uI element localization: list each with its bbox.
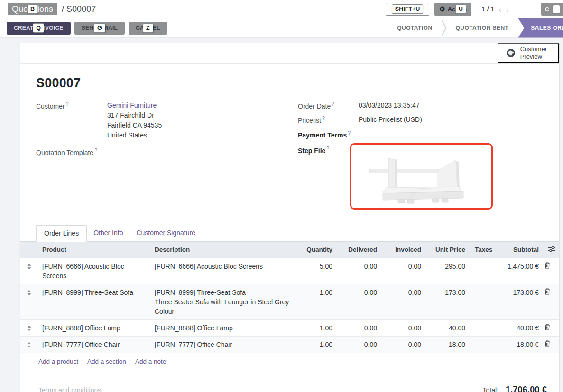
cell-invoiced[interactable]: 0.00 xyxy=(382,336,426,353)
cell-subtotal: 18.00 € xyxy=(495,336,544,353)
delete-row-icon[interactable] xyxy=(544,319,559,336)
cell-unit-price[interactable]: 173.00 xyxy=(426,284,470,319)
cell-product[interactable]: [FURN_7777] Office Chair xyxy=(37,336,150,353)
customer-preview-button[interactable]: Customer Preview xyxy=(498,43,559,63)
field-group: Customer? Gemini Furniture 317 Fairchild… xyxy=(36,100,544,210)
customer-field-label: Customer? xyxy=(36,100,107,140)
delete-row-icon[interactable] xyxy=(544,284,559,319)
pager-previous-icon[interactable]: ‹ xyxy=(498,5,501,14)
customer-address-line2: Fairfield CA 94535 xyxy=(107,120,162,130)
action-menu-button[interactable]: ⚙ Action U xyxy=(434,3,471,16)
cell-invoiced[interactable]: 0.00 xyxy=(382,258,426,284)
column-header-subtotal: Subtotal xyxy=(495,242,544,258)
hotkey-badge-b: B xyxy=(27,4,38,14)
delete-row-icon[interactable] xyxy=(544,336,559,353)
cell-invoiced[interactable]: 0.00 xyxy=(382,319,426,336)
cell-delivered[interactable]: 0.00 xyxy=(337,258,382,284)
hotkey-target-button[interactable]: SHIFT+U xyxy=(386,3,429,16)
cell-unit-price[interactable]: 18.00 xyxy=(426,336,470,353)
add-a-product-link[interactable]: Add a product xyxy=(38,358,78,365)
pricelist-field-label: Pricelist? xyxy=(298,115,359,125)
add-a-section-link[interactable]: Add a section xyxy=(87,358,126,365)
order-lines-table: Product Description Quantity Delivered I… xyxy=(20,242,559,353)
sheet-body: S00007 Customer? Gemini Furniture 317 Fa… xyxy=(20,76,559,210)
terms-and-conditions-input[interactable]: Terms and conditions... xyxy=(38,378,107,392)
cell-quantity[interactable]: 1.00 xyxy=(295,336,337,353)
column-header-taxes: Taxes xyxy=(470,242,495,258)
field-column-left: Customer? Gemini Furniture 317 Fairchild… xyxy=(36,100,298,210)
send-email-button[interactable]: SEND EMAIL G xyxy=(74,22,125,35)
status-step-sales-order[interactable]: SALES ORDER xyxy=(518,18,563,38)
cell-unit-price[interactable]: 40.00 xyxy=(426,319,470,336)
pricelist-field-value[interactable]: Public Pricelist (USD) xyxy=(359,115,422,125)
statusbar: QUOTATION QUOTATION SENT SALES ORDER xyxy=(389,18,563,38)
help-hint-icon: ? xyxy=(326,146,329,151)
quotation-template-field-label: Quotation Template? xyxy=(36,147,107,156)
create-invoice-button[interactable]: CREATE INVOICE Q xyxy=(7,22,71,35)
cell-taxes[interactable] xyxy=(470,284,495,319)
action-buttons: CREATE INVOICE Q SEND EMAIL G CANCEL Z xyxy=(7,22,167,35)
cell-product[interactable]: [FURN_8999] Three-Seat Sofa xyxy=(37,284,150,319)
drag-handle-icon[interactable] xyxy=(20,319,37,336)
status-step-quotation[interactable]: QUOTATION xyxy=(389,18,440,38)
order-date-field-value[interactable]: 03/03/2023 13:35:47 xyxy=(359,100,419,110)
table-header-row: Product Description Quantity Delivered I… xyxy=(20,242,559,258)
cell-product[interactable]: [FURN_6666] Acoustic Bloc Screens xyxy=(37,258,150,284)
cell-quantity[interactable]: 1.00 xyxy=(295,284,337,319)
cancel-button[interactable]: CANCEL Z xyxy=(129,22,167,35)
tab-customer-signature[interactable]: Customer Signature xyxy=(129,225,202,241)
drag-handle-icon[interactable] xyxy=(20,284,37,319)
cell-subtotal: 173.00 € xyxy=(495,284,544,319)
hotkey-badge-g: G xyxy=(94,23,105,33)
cell-quantity[interactable]: 1.00 xyxy=(295,319,337,336)
cell-description[interactable]: [FURN_7777] Office Chair xyxy=(150,336,295,353)
cell-description[interactable]: [FURN_8888] Office Lamp xyxy=(150,319,295,336)
cell-description[interactable]: [FURN_8999] Three-Seat Sofa Three Seater… xyxy=(150,284,295,319)
notebook-tabs: Order Lines Other Info Customer Signatur… xyxy=(20,225,559,242)
cell-unit-price[interactable]: 295.00 xyxy=(426,258,470,284)
cell-invoiced[interactable]: 0.00 xyxy=(382,284,426,319)
cell-quantity[interactable]: 5.00 xyxy=(295,258,337,284)
form-view-content: Customer Preview S00007 Customer? xyxy=(0,38,563,392)
tab-order-lines[interactable]: Order Lines xyxy=(36,225,87,242)
hotkey-badge-clipped xyxy=(553,5,560,14)
column-header-delivered: Delivered xyxy=(337,242,382,258)
add-a-note-link[interactable]: Add a note xyxy=(135,358,166,365)
field-customer: Customer? Gemini Furniture 317 Fairchild… xyxy=(36,100,298,140)
delete-row-icon[interactable] xyxy=(544,258,559,284)
cell-taxes[interactable] xyxy=(470,258,495,284)
step-file-preview[interactable] xyxy=(350,143,493,210)
breadcrumb-parent-quotations[interactable]: Quotations B xyxy=(8,3,57,15)
drag-handle-icon[interactable] xyxy=(20,336,37,353)
optional-columns-icon[interactable] xyxy=(548,246,555,254)
cell-taxes[interactable] xyxy=(470,336,495,353)
cell-delivered[interactable]: 0.00 xyxy=(337,319,382,336)
drag-handle-icon[interactable] xyxy=(20,258,37,284)
status-step-quotation-sent[interactable]: QUOTATION SENT xyxy=(448,18,517,38)
gear-icon: ⚙ xyxy=(439,5,445,13)
payment-terms-field-label: Payment Terms? xyxy=(298,129,359,139)
cell-delivered[interactable]: 0.00 xyxy=(337,336,382,353)
cell-product[interactable]: [FURN_8888] Office Lamp xyxy=(37,319,150,336)
customer-address-line3: United States xyxy=(107,130,162,140)
breadcrumb-bar: Quotations B / S00007 SHIFT+U ⚙ Action U… xyxy=(0,0,563,18)
cell-delivered[interactable]: 0.00 xyxy=(337,284,382,319)
action-status-bar: CREATE INVOICE Q SEND EMAIL G CANCEL Z Q… xyxy=(0,18,563,38)
create-button-label: C xyxy=(545,6,549,13)
total-value: 1,706.00 € xyxy=(506,385,547,392)
field-payment-terms: Payment Terms? xyxy=(298,129,544,139)
tab-other-info[interactable]: Other Info xyxy=(87,225,129,241)
field-column-right: Order Date? 03/03/2023 13:35:47 Pricelis… xyxy=(298,100,544,210)
hotkey-badge-z: Z xyxy=(143,23,153,33)
globe-icon xyxy=(506,48,516,58)
hotkey-badge-q: Q xyxy=(33,23,44,33)
customer-link[interactable]: Gemini Furniture xyxy=(107,101,157,109)
breadcrumb-current: / S00007 xyxy=(62,4,96,14)
pager-next-icon[interactable]: › xyxy=(506,5,509,14)
cell-description[interactable]: [FURN_6666] Acoustic Bloc Screens xyxy=(150,258,295,284)
order-date-field-label: Order Date? xyxy=(298,100,359,110)
create-button-clipped[interactable]: C xyxy=(541,3,563,16)
cell-taxes[interactable] xyxy=(470,319,495,336)
order-line-row: [FURN_8999] Three-Seat Sofa [FURN_8999] … xyxy=(20,284,559,319)
column-header-quantity: Quantity xyxy=(295,242,337,258)
